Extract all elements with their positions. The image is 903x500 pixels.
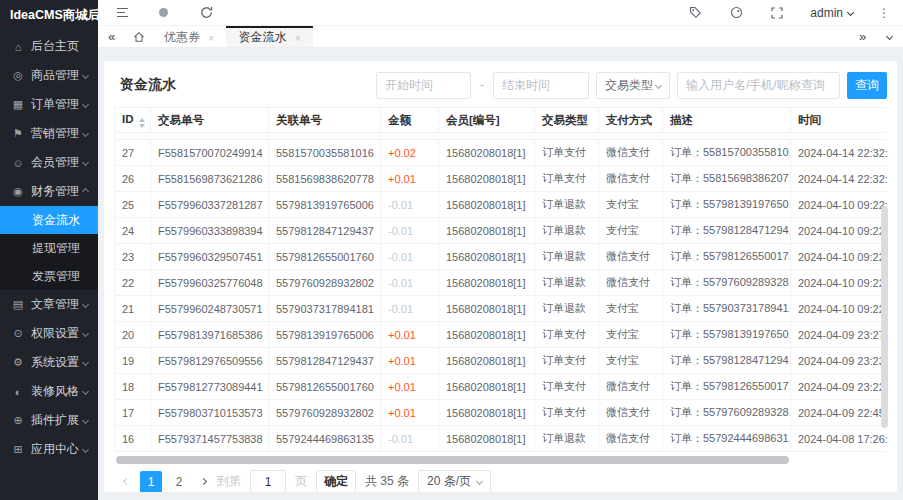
cell-id: 23 xyxy=(115,244,151,270)
sidebar-item-label: 装修风格 xyxy=(31,383,79,400)
tab-优惠券[interactable]: 优惠券× xyxy=(152,26,226,47)
table-row: 25F55799603372812875579813919765006-0.01… xyxy=(115,192,888,218)
cell-rel_no: 5581569838620778 xyxy=(269,166,381,192)
tab-close-icon[interactable]: × xyxy=(294,32,300,44)
cell-amount: +0.01 xyxy=(381,322,439,348)
fullscreen-icon[interactable] xyxy=(769,5,785,21)
refresh-icon[interactable] xyxy=(198,5,214,21)
cell-desc: 订单：55815700355810... xyxy=(663,140,791,166)
cell-type: 订单支付 xyxy=(535,322,599,348)
cell-trade_no: F5581569873621286 xyxy=(151,166,269,192)
main-area: 资金流水 - 交易类型 查询 ID交易单号关联单号金额会员[编号]交易类型支付方… xyxy=(98,49,903,500)
tabs-scroll-right-button[interactable]: » xyxy=(849,26,876,47)
marketing-icon: ⚑ xyxy=(11,127,25,140)
sidebar-item-label: 后台主页 xyxy=(31,38,79,55)
tab-label: 资金流水 xyxy=(238,29,286,46)
system-icon: ⚙ xyxy=(11,356,25,369)
chevron-down-icon xyxy=(655,81,662,88)
cell-member: 15680208018[1] xyxy=(439,192,535,218)
cell-amount: +0.01 xyxy=(381,400,439,426)
chevron-down-icon xyxy=(847,9,854,16)
app-icon: ⊞ xyxy=(11,443,25,456)
sidebar-item-goods[interactable]: ◎商品管理 xyxy=(0,61,98,90)
sidebar-item-label: 财务管理 xyxy=(31,183,79,200)
collapse-menu-icon[interactable] xyxy=(117,8,128,18)
next-page-button[interactable] xyxy=(199,479,208,484)
sidebar-item-plugin[interactable]: ⊕插件扩展 xyxy=(0,406,98,435)
globe-icon[interactable] xyxy=(155,5,171,21)
cell-time: 2024-04-10 09:22: xyxy=(791,244,888,270)
sidebar-item-finance[interactable]: ◉财务管理 xyxy=(0,177,98,206)
cell-type: 订单退款 xyxy=(535,426,599,452)
start-time-input[interactable] xyxy=(376,72,471,99)
cell-trade_no: F5579960248730571 xyxy=(151,296,269,322)
table-row: 26F55815698736212865581569838620778+0.01… xyxy=(115,166,888,192)
cell-pay: 微信支付 xyxy=(599,426,663,452)
sidebar-subitem[interactable]: 资金流水 xyxy=(0,206,98,234)
cell-rel_no: 5579813919765006 xyxy=(269,322,381,348)
page-number-2[interactable]: 2 xyxy=(168,471,190,493)
cell-member: 15680208018[1] xyxy=(439,400,535,426)
prev-page-button[interactable] xyxy=(122,479,131,484)
tab-label: 优惠券 xyxy=(164,29,200,46)
cell-id: 16 xyxy=(115,426,151,452)
sidebar-item-style[interactable]: ◐装修风格 xyxy=(0,377,98,406)
table-row: 22F55799603257760485579760928932802-0.01… xyxy=(115,270,888,296)
sidebar-item-permission[interactable]: ⊙权限设置 xyxy=(0,319,98,348)
sidebar-item-app[interactable]: ⊞应用中心 xyxy=(0,435,98,464)
cell-time: 2024-04-14 22:32: xyxy=(791,166,888,192)
cell-member: 15680208018[1] xyxy=(439,218,535,244)
sidebar-item-label: 商品管理 xyxy=(31,67,79,84)
sidebar-item-member[interactable]: ☺会员管理 xyxy=(0,148,98,177)
tab-home-icon[interactable] xyxy=(125,26,152,47)
tab-bar: « 优惠券×资金流水× » xyxy=(98,26,903,48)
cell-type: 订单支付 xyxy=(535,140,599,166)
cell-pay: 微信支付 xyxy=(599,140,663,166)
cell-desc: 订单：55798139197650... xyxy=(663,192,791,218)
sidebar-subitem[interactable]: 提现管理 xyxy=(0,234,98,262)
sidebar-item-marketing[interactable]: ⚑营销管理 xyxy=(0,119,98,148)
page-unit-label: 页 xyxy=(295,473,307,490)
tab-资金流水[interactable]: 资金流水× xyxy=(226,26,312,47)
cell-desc: 订单：55790373178941... xyxy=(663,296,791,322)
search-button[interactable]: 查询 xyxy=(847,72,887,99)
sidebar-item-label: 插件扩展 xyxy=(31,412,79,429)
column-header: 时间 xyxy=(791,108,888,133)
page-number-1[interactable]: 1 xyxy=(140,471,162,493)
tabs-menu-button[interactable] xyxy=(876,26,903,47)
sidebar-item-home[interactable]: ⌂后台主页 xyxy=(0,32,98,61)
user-menu[interactable]: admin xyxy=(810,6,853,20)
cell-id: 22 xyxy=(115,270,151,296)
sort-icon[interactable] xyxy=(139,118,145,128)
header-left-actions xyxy=(98,5,214,21)
column-header: 支付方式 xyxy=(599,108,663,133)
page-size-select[interactable]: 20 条/页 xyxy=(418,470,491,492)
filter-row: 资金流水 - 交易类型 查询 xyxy=(114,71,887,99)
member-icon: ☺ xyxy=(11,157,25,169)
cell-time: 2024-04-10 09:22: xyxy=(791,192,888,218)
sidebar-item-order[interactable]: ▦订单管理 xyxy=(0,90,98,119)
tag-icon[interactable] xyxy=(687,5,703,21)
top-header: admin ⋮ xyxy=(98,0,903,26)
header-right-actions: admin ⋮ xyxy=(687,5,903,21)
sidebar-submenu: 资金流水提现管理发票管理 xyxy=(0,206,98,290)
goto-confirm-button[interactable]: 确定 xyxy=(316,470,356,492)
sidebar-subitem[interactable]: 发票管理 xyxy=(0,262,98,290)
cell-time: 2024-04-10 09:22: xyxy=(791,270,888,296)
sidebar-item-article[interactable]: ▤文章管理 xyxy=(0,290,98,319)
transaction-type-select[interactable]: 交易类型 xyxy=(596,72,670,99)
table-row: 27F55815700702499145581570035581016+0.02… xyxy=(115,140,888,166)
cell-desc: 订单：55798139197650... xyxy=(663,322,791,348)
theme-icon[interactable] xyxy=(728,5,744,21)
vertical-scrollbar-thumb[interactable] xyxy=(881,206,888,428)
keyword-search-input[interactable] xyxy=(677,72,840,99)
cell-time: 2024-04-10 09:22: xyxy=(791,296,888,322)
tab-close-icon[interactable]: × xyxy=(208,32,214,44)
goto-page-input[interactable] xyxy=(250,470,286,492)
sidebar-nav: ⌂后台主页◎商品管理▦订单管理⚑营销管理☺会员管理◉财务管理资金流水提现管理发票… xyxy=(0,32,98,464)
sidebar-item-system[interactable]: ⚙系统设置 xyxy=(0,348,98,377)
end-time-input[interactable] xyxy=(493,72,589,99)
cell-desc: 订单：55798128471294... xyxy=(663,218,791,244)
horizontal-scrollbar-thumb[interactable] xyxy=(116,456,789,464)
more-menu-icon[interactable]: ⋮ xyxy=(878,6,890,20)
